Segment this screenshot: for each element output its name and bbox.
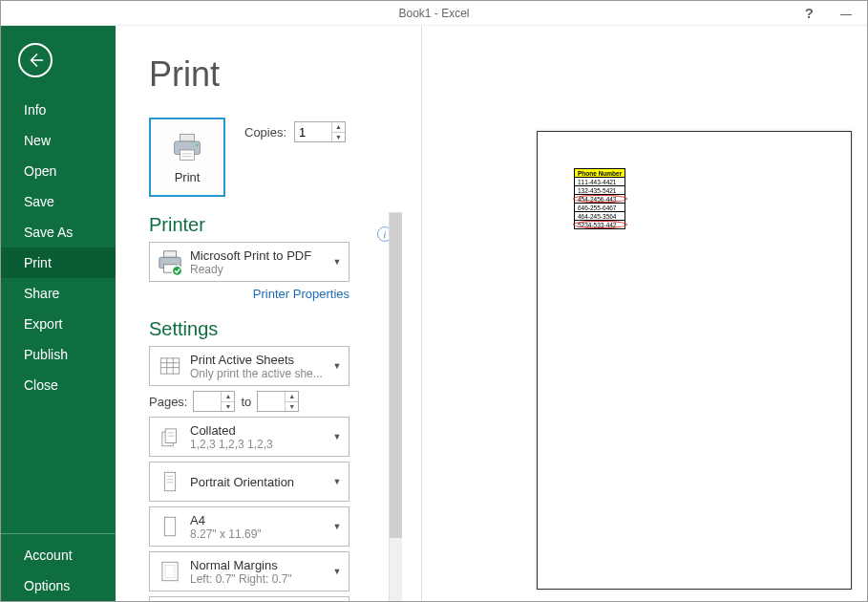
back-arrow-icon xyxy=(27,52,44,69)
page-title: Print xyxy=(149,54,402,95)
minimize-icon[interactable] xyxy=(840,8,852,19)
svg-rect-6 xyxy=(163,251,176,258)
nav-item-export[interactable]: Export xyxy=(1,309,116,339)
nav-item-options[interactable]: Options xyxy=(1,570,116,601)
copies-input[interactable] xyxy=(295,122,331,141)
table-row: 5234-533-442 xyxy=(575,221,625,229)
svg-rect-19 xyxy=(164,472,175,491)
chevron-down-icon: ▼ xyxy=(331,257,343,267)
down-arrow-icon[interactable]: ▼ xyxy=(222,402,234,412)
chevron-down-icon: ▼ xyxy=(331,522,343,531)
printer-dd-icon xyxy=(156,247,184,276)
print-button-label: Print xyxy=(175,170,201,184)
preview-cell: 646-255-6467 xyxy=(575,204,625,212)
preview-cell: 5234-533-442 xyxy=(575,221,625,229)
up-arrow-icon[interactable]: ▲ xyxy=(222,392,234,402)
setting-dropdown-3[interactable]: A48.27" x 11.69"▼ xyxy=(149,506,349,547)
backstage-sidebar: InfoNewOpenSaveSave AsPrintShareExportPu… xyxy=(1,26,116,601)
nav-item-save[interactable]: Save xyxy=(1,186,116,217)
chevron-down-icon: ▼ xyxy=(331,432,343,441)
nav-item-account[interactable]: Account xyxy=(1,540,116,570)
print-options-pane: Print Print Copies: xyxy=(116,26,402,601)
pages-to-input[interactable] xyxy=(258,392,285,411)
copies-spinner[interactable]: ▲ ▼ xyxy=(294,121,346,142)
copies-down-arrow-icon[interactable]: ▼ xyxy=(332,133,345,142)
nav-item-close[interactable]: Close xyxy=(1,370,116,400)
svg-rect-23 xyxy=(164,517,175,536)
setting-sub: 8.27" x 11.69" xyxy=(190,527,331,541)
chevron-down-icon: ▼ xyxy=(331,477,343,486)
pages-to-spinner[interactable]: ▲▼ xyxy=(257,391,299,412)
nav-item-print[interactable]: Print xyxy=(1,247,116,278)
setting-sub: Left: 0.7" Right: 0.7" xyxy=(190,572,331,586)
setting-sub: 1,2,3 1,2,3 1,2,3 xyxy=(190,438,331,451)
printer-dropdown[interactable]: Microsoft Print to PDF Ready ▼ xyxy=(149,242,349,282)
preview-header-cell: Phone Number xyxy=(575,169,625,178)
printer-name: Microsoft Print to PDF xyxy=(190,248,331,263)
table-row: 111-443-4421 xyxy=(575,178,625,186)
settings-section-header: Settings xyxy=(149,318,402,340)
table-row: 646-255-6467 xyxy=(575,204,625,212)
setting-title: Portrait Orientation xyxy=(190,475,331,489)
setting-icon xyxy=(156,557,184,586)
svg-rect-10 xyxy=(160,358,180,374)
pages-from-spinner[interactable]: ▲▼ xyxy=(193,391,235,412)
preview-cell: 132-435-5421 xyxy=(575,186,625,195)
table-row: 464-245-3564 xyxy=(575,212,625,221)
svg-point-9 xyxy=(172,266,181,275)
options-scrollbar[interactable] xyxy=(389,212,402,601)
copies-label: Copies: xyxy=(244,125,286,140)
pages-from-input[interactable] xyxy=(194,392,221,411)
printer-section-header: Printer xyxy=(149,214,402,236)
setting-dropdown-5[interactable]: No Scaling▼ xyxy=(149,596,349,601)
print-button[interactable]: Print xyxy=(149,118,225,197)
help-icon[interactable]: ? xyxy=(805,5,814,21)
setting-title: Normal Margins xyxy=(190,558,331,572)
setting-icon xyxy=(156,422,184,451)
titlebar: Book1 - Excel ? xyxy=(1,1,867,26)
printer-status: Ready xyxy=(190,263,331,276)
setting-icon xyxy=(156,512,184,541)
copies-up-arrow-icon[interactable]: ▲ xyxy=(332,122,345,133)
down-arrow-icon[interactable]: ▼ xyxy=(286,402,298,412)
setting-sub: Only print the active she... xyxy=(190,367,331,380)
preview-cell: 111-443-4421 xyxy=(575,178,625,186)
print-preview-pane: Phone Number111-443-4421132-435-5421454-… xyxy=(421,26,867,601)
setting-icon xyxy=(156,467,184,496)
printer-properties-link[interactable]: Printer Properties xyxy=(149,287,349,301)
setting-title: A4 xyxy=(190,513,331,527)
nav-item-new[interactable]: New xyxy=(1,125,116,156)
setting-dropdown-2[interactable]: Portrait Orientation▼ xyxy=(149,462,349,502)
chevron-down-icon: ▼ xyxy=(331,567,343,576)
nav-item-publish[interactable]: Publish xyxy=(1,339,116,370)
table-row: 132-435-5421 xyxy=(575,186,625,195)
nav-item-save-as[interactable]: Save As xyxy=(1,217,116,247)
setting-dropdown-4[interactable]: Normal MarginsLeft: 0.7" Right: 0.7"▼ xyxy=(149,551,349,591)
setting-title: Collated xyxy=(190,423,331,438)
printer-icon xyxy=(170,130,204,164)
preview-cell: 454-2456-443 xyxy=(575,195,625,204)
svg-rect-3 xyxy=(180,150,195,161)
window-title: Book1 - Excel xyxy=(398,7,469,20)
nav-item-share[interactable]: Share xyxy=(1,278,116,309)
to-label: to xyxy=(241,395,251,409)
back-button[interactable] xyxy=(18,43,53,77)
table-row: 454-2456-443 xyxy=(575,195,625,204)
pages-label: Pages: xyxy=(149,395,187,409)
pages-row: Pages:▲▼to▲▼ xyxy=(149,391,349,412)
setting-dropdown-1[interactable]: Collated1,2,3 1,2,3 1,2,3▼ xyxy=(149,417,349,457)
preview-table: Phone Number111-443-4421132-435-5421454-… xyxy=(574,168,625,229)
setting-title: Print Active Sheets xyxy=(190,353,331,367)
chevron-down-icon: ▼ xyxy=(331,361,343,371)
nav-item-open[interactable]: Open xyxy=(1,156,116,186)
setting-dropdown-0[interactable]: Print Active SheetsOnly print the active… xyxy=(149,346,349,386)
setting-icon xyxy=(156,352,184,380)
svg-point-2 xyxy=(196,143,199,146)
svg-rect-0 xyxy=(180,135,195,142)
nav-item-info[interactable]: Info xyxy=(1,95,116,125)
preview-page: Phone Number111-443-4421132-435-5421454-… xyxy=(537,131,852,590)
up-arrow-icon[interactable]: ▲ xyxy=(286,392,298,402)
preview-cell: 464-245-3564 xyxy=(575,212,625,221)
